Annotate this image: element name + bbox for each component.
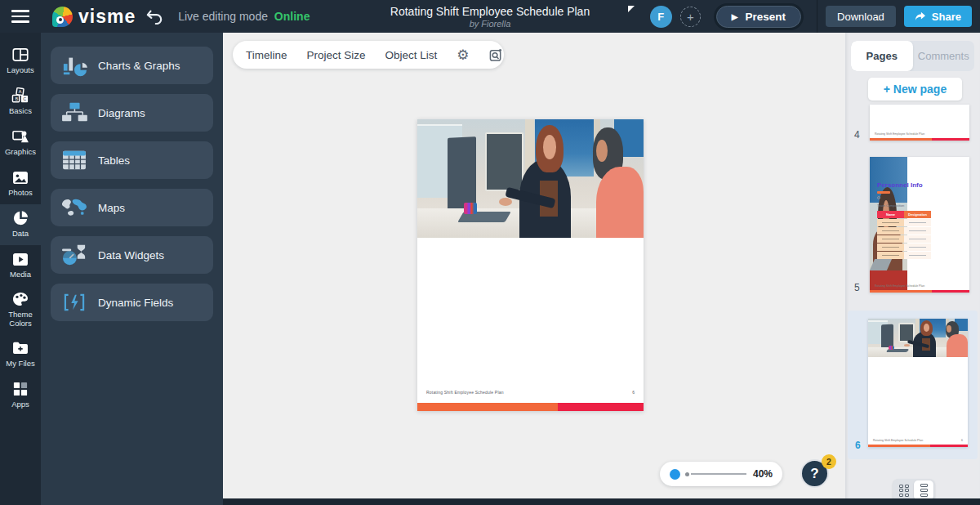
document-author: by Fiorella — [470, 19, 511, 29]
panel-item-data-widgets[interactable]: Data Widgets — [51, 236, 213, 274]
svg-text:C: C — [23, 96, 26, 101]
media-icon — [12, 251, 29, 267]
panel-item-charts-graphs[interactable]: Charts & Graphs — [51, 47, 213, 84]
diagrams-icon — [51, 101, 98, 124]
panel-item-maps[interactable]: Maps — [51, 189, 213, 226]
thumb6-accent-bar — [868, 445, 968, 448]
hamburger-menu-icon[interactable] — [0, 0, 41, 33]
topbar-actions: F + ▶ Present Download Share — [626, 0, 980, 33]
bottom-edge-strip — [223, 498, 980, 505]
sidebar-item-graphics[interactable]: Graphics — [0, 123, 41, 163]
find-objects-icon[interactable] — [489, 48, 503, 62]
left-sidebar: Layouts BAC Basics Graphics Photos Data … — [0, 33, 41, 505]
present-label: Present — [746, 11, 786, 23]
panel-tabs: Pages Comments — [851, 41, 974, 71]
tab-comments[interactable]: Comments — [913, 41, 975, 71]
my-files-icon — [12, 340, 29, 356]
thumbnail-page-5[interactable]: Personnel Info Team Composition Name Des… — [870, 157, 969, 293]
thumb4-accent-bar — [870, 138, 969, 141]
canvas-toolbar: Timeline Project Size Object List ⚙ — [233, 41, 504, 69]
sidebar-item-photos[interactable]: Photos — [0, 163, 41, 204]
sidebar-item-theme-colors[interactable]: Theme Colors — [0, 286, 41, 334]
thumbnail-5-number: 5 — [854, 282, 860, 293]
thumbnail-6-number: 6 — [855, 440, 861, 451]
thumb5-col-designation: Designation — [904, 211, 931, 218]
panel-item-dynamic-fields[interactable]: Dynamic Fields — [51, 284, 213, 321]
zoom-slider-track[interactable] — [691, 473, 746, 475]
comments-icon[interactable] — [626, 9, 642, 24]
page-photo-office-team[interactable] — [417, 119, 644, 238]
dynamic-fields-icon — [51, 293, 98, 312]
thumb5-team-label: Team Composition — [877, 203, 904, 208]
zoom-control: 40% — [660, 462, 782, 486]
sidebar-item-basics[interactable]: BAC Basics — [0, 82, 41, 123]
user-avatar[interactable]: F — [650, 6, 672, 28]
zoom-slider-dot — [685, 472, 689, 476]
add-collaborator-icon[interactable]: + — [680, 7, 701, 27]
page-footer-number: 6 — [632, 390, 635, 395]
sidebar-item-my-files[interactable]: My Files — [0, 334, 41, 375]
object-list-button[interactable]: Object List — [385, 49, 438, 61]
svg-text:A: A — [19, 89, 22, 94]
graphics-icon — [11, 128, 29, 145]
thumbnail-page-4[interactable]: Rotating Shift Employee Schedule Plan — [870, 105, 969, 141]
live-editing-status: Live editing mode Online — [178, 10, 310, 23]
data-widgets-icon — [51, 243, 98, 267]
download-button[interactable]: Download — [826, 6, 896, 27]
visme-logo-icon — [52, 7, 73, 27]
visme-logo-text: visme — [78, 6, 136, 28]
maps-icon — [51, 197, 98, 218]
zoom-level-value: 40% — [753, 468, 773, 480]
page-accent-bar — [417, 403, 644, 411]
thumb5-table: Name Designation — [877, 211, 931, 259]
settings-gear-icon[interactable]: ⚙ — [457, 47, 469, 64]
list-view-button[interactable] — [914, 480, 933, 500]
present-button-wrap: ▶ Present — [714, 3, 804, 30]
data-panel: Charts & Graphs Diagrams Tables Maps Dat… — [41, 33, 223, 505]
help-notification-badge: 2 — [822, 454, 836, 469]
project-size-button[interactable]: Project Size — [307, 49, 366, 61]
share-arrow-icon — [915, 11, 926, 21]
grid-view-button[interactable] — [894, 480, 914, 500]
visme-logo[interactable]: visme — [52, 6, 136, 28]
live-editing-label: Live editing mode — [178, 10, 268, 23]
thumb6-photo — [868, 319, 968, 357]
layouts-icon — [12, 47, 29, 63]
sidebar-item-media[interactable]: Media — [0, 245, 41, 286]
thumb5-accent-bar — [870, 290, 969, 293]
sidebar-item-apps[interactable]: Apps — [0, 375, 41, 416]
basics-icon: BAC — [11, 87, 29, 104]
thumb5-col-name: Name — [877, 211, 904, 218]
list-view-icon — [920, 484, 928, 498]
thumb5-title: Personnel Info — [877, 181, 923, 189]
topbar-divider — [817, 0, 817, 33]
timeline-button[interactable]: Timeline — [246, 49, 287, 61]
thumb5-anchor-icon — [877, 196, 880, 199]
zoom-slider-handle[interactable] — [670, 469, 680, 480]
pages-panel: Pages Comments + New page 4 Rotating Shi… — [845, 33, 980, 505]
svg-text:B: B — [16, 96, 19, 101]
charts-graphs-icon — [51, 53, 98, 78]
new-page-button[interactable]: + New page — [868, 78, 962, 101]
photos-icon — [12, 169, 29, 185]
sidebar-item-data[interactable]: Data — [0, 204, 41, 245]
tables-icon — [51, 150, 98, 171]
visme-editor-window: visme Live editing mode Online Rotating … — [0, 0, 980, 505]
play-icon: ▶ — [732, 12, 738, 21]
sidebar-item-layouts[interactable]: Layouts — [0, 41, 41, 82]
present-button[interactable]: ▶ Present — [716, 6, 801, 28]
grid-view-icon — [899, 485, 909, 497]
thumbnail-page-6[interactable]: Rotating Shift Employee Schedule Plan 6 — [868, 319, 968, 447]
document-page[interactable]: Rotating Shift Employee Schedule Plan 6 — [417, 119, 644, 411]
top-bar: visme Live editing mode Online Rotating … — [0, 0, 980, 33]
document-title: Rotating Shift Employee Schedule Plan — [390, 5, 590, 18]
tab-pages[interactable]: Pages — [851, 41, 913, 71]
share-button[interactable]: Share — [904, 6, 972, 27]
panel-item-diagrams[interactable]: Diagrams — [51, 94, 213, 132]
panel-item-tables[interactable]: Tables — [51, 141, 213, 179]
online-status: Online — [274, 10, 310, 23]
undo-icon[interactable] — [145, 8, 163, 25]
theme-colors-icon — [12, 291, 29, 307]
apps-icon — [13, 381, 28, 397]
canvas-area[interactable]: Timeline Project Size Object List ⚙ Rota… — [223, 33, 845, 498]
